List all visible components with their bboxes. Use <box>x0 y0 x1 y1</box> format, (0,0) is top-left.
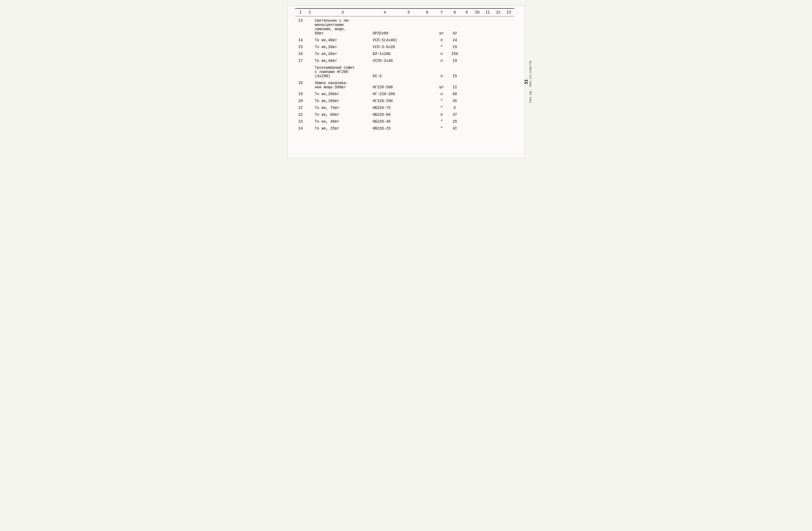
row-unit: п <box>435 37 448 43</box>
row-qty: I9 <box>448 57 462 64</box>
row-col6 <box>419 97 435 104</box>
row-col9 <box>462 57 472 64</box>
row-qty: 37 <box>448 111 462 118</box>
row-unit: " <box>435 104 448 111</box>
row-qty: I56 <box>448 50 462 57</box>
row-col5 <box>398 111 420 118</box>
row-col9 <box>462 118 472 125</box>
row-id: I9 <box>295 90 306 97</box>
row-unit: шт <box>435 16 448 37</box>
table-row: I9 То же,200вт НГ-220-200 п 60 <box>295 90 514 97</box>
row-col5 <box>398 125 420 132</box>
row-qty: 5 <box>448 104 462 111</box>
side-margin: Тип.пр. 264-12-149/76 3I <box>524 5 532 158</box>
document-ref: Тип.пр. 264-12-149/76 <box>529 61 532 103</box>
table-row: I7 То же,40вт УСП5-2х40 п I9 <box>295 57 514 64</box>
row-col12 <box>493 104 504 111</box>
row-col9 <box>462 79 472 90</box>
row-col9 <box>462 97 472 104</box>
row-col11 <box>482 125 493 132</box>
row-col2 <box>306 37 314 43</box>
row-unit: " <box>435 118 448 125</box>
col-header-6: 6 <box>419 9 435 16</box>
row-qty: 42 <box>448 16 462 37</box>
row-model: НГ220-I00 <box>372 97 398 104</box>
row-col2 <box>306 118 314 125</box>
table-row: 20 То же,100вт НГ220-I00 " 45 <box>295 97 514 104</box>
row-id: I3 <box>295 16 306 37</box>
row-col2 <box>306 97 314 104</box>
row-model: КС-3 <box>372 64 398 79</box>
row-col11 <box>482 90 493 97</box>
row-col9 <box>462 43 472 50</box>
row-col10 <box>472 90 482 97</box>
row-col11 <box>482 111 493 118</box>
row-col12 <box>493 64 504 79</box>
row-qty: 45 <box>448 97 462 104</box>
row-description: То же,200вт <box>314 90 372 97</box>
row-col5 <box>398 16 420 37</box>
row-col13 <box>504 125 514 132</box>
row-id: I6 <box>295 50 306 57</box>
row-col6 <box>419 118 435 125</box>
table-row: 24 То же, 25вт НВ220-25 " 4I <box>295 125 514 132</box>
row-col13 <box>504 64 514 79</box>
row-qty: 4I <box>448 125 462 132</box>
row-col2 <box>306 111 314 118</box>
row-description: То же, 25вт <box>314 125 372 132</box>
row-col10 <box>472 50 482 57</box>
row-col2 <box>306 79 314 90</box>
row-col12 <box>493 16 504 37</box>
row-qty: I2 <box>448 79 462 90</box>
table-row: 22 То же, 60вт НБ220-60 п 37 <box>295 111 514 118</box>
row-description: То же,100вт <box>314 97 372 104</box>
row-col9 <box>462 104 472 111</box>
row-col11 <box>482 43 493 50</box>
row-col13 <box>504 37 514 43</box>
row-col2 <box>306 104 314 111</box>
row-id: I7 <box>295 57 306 64</box>
row-col13 <box>504 97 514 104</box>
col-header-7: 7 <box>435 9 448 16</box>
row-id: I8 <box>295 79 306 90</box>
row-id: 20 <box>295 97 306 104</box>
row-description: То же, 60вт <box>314 111 372 118</box>
row-col13 <box>504 90 514 97</box>
row-col2 <box>306 57 314 64</box>
row-col13 <box>504 118 514 125</box>
col-header-12: I2 <box>493 9 504 16</box>
row-col13 <box>504 43 514 50</box>
row-col13 <box>504 104 514 111</box>
row-qty: 25 <box>448 118 462 125</box>
row-description: То же,40вт <box>314 57 372 64</box>
row-col9 <box>462 64 472 79</box>
table-row: I5 То же,20вт УСП-3-6х20 " I9 <box>295 43 514 50</box>
row-model: НВ220-25 <box>372 125 398 132</box>
row-qty: I9 <box>448 43 462 50</box>
row-col12 <box>493 43 504 50</box>
col-header-9: 9 <box>462 9 472 16</box>
row-qty: I5 <box>448 64 462 79</box>
row-col5 <box>398 79 420 90</box>
row-col12 <box>493 125 504 132</box>
row-col2 <box>306 64 314 79</box>
row-col10 <box>472 16 482 37</box>
row-id <box>295 64 306 79</box>
row-col6 <box>419 37 435 43</box>
row-col10 <box>472 97 482 104</box>
row-col9 <box>462 90 472 97</box>
row-col2 <box>306 16 314 37</box>
row-col2 <box>306 90 314 97</box>
col-header-10: IO <box>472 9 482 16</box>
row-col10 <box>472 111 482 118</box>
row-col11 <box>482 16 493 37</box>
row-col11 <box>482 104 493 111</box>
table-row: I4 То же,40вт УСП-5(4х40) п 24 <box>295 37 514 43</box>
table-row: Трохкамерный софитс лампами НГ200(4х200)… <box>295 64 514 79</box>
header-row: I 2 3 4 5 6 7 8 9 IO II I2 I3 <box>295 9 514 16</box>
row-col5 <box>398 43 420 50</box>
row-col12 <box>493 97 504 104</box>
row-col11 <box>482 79 493 90</box>
row-col12 <box>493 90 504 97</box>
row-id: 24 <box>295 125 306 132</box>
